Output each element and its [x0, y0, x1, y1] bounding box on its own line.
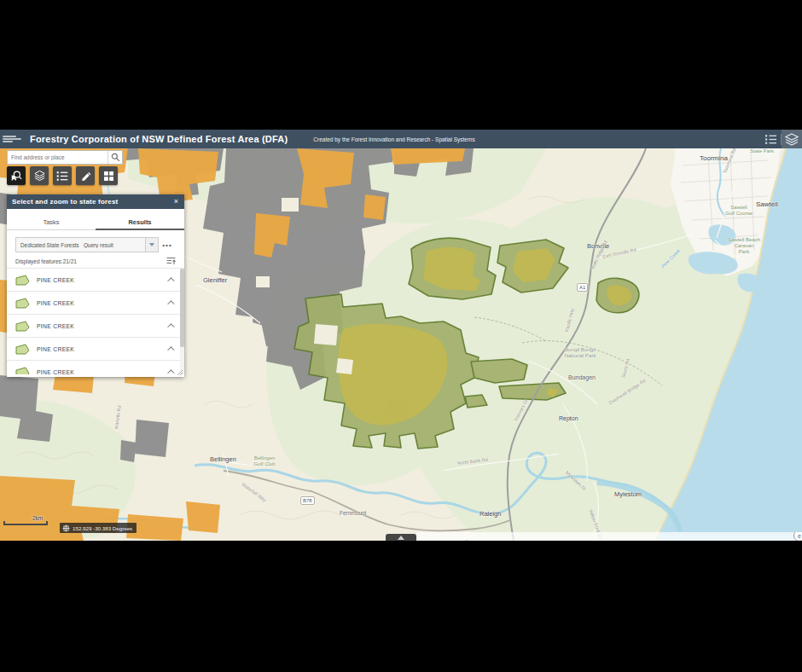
result-set-row: Dedicated State Forests _Query result ••… — [15, 237, 176, 252]
attribution-text: sri, © OpenStreetMap contributors, HERE,… — [456, 540, 788, 541]
result-row[interactable]: PINE CREEK — [7, 292, 184, 315]
panel-tabs: Tasks Results — [7, 209, 184, 230]
app-subtitle: Created by the Forest Innovation and Res… — [313, 136, 474, 142]
map-label-park: Bellingen Golf Club — [253, 455, 275, 467]
draw-tool-button[interactable] — [76, 166, 95, 185]
map-label-town: Raleigh — [479, 511, 501, 518]
select-state-forest-tool-button[interactable] — [7, 166, 26, 185]
map-label-park: State Park — [750, 148, 774, 154]
scale-label: 2km — [32, 515, 48, 521]
widget-toolbar — [7, 166, 118, 185]
result-set-dropdown[interactable]: Dedicated State Forests _Query result — [15, 237, 159, 252]
map-label-park: Sawtell Beach Caravan Park — [728, 237, 760, 255]
result-label: PINE CREEK — [37, 369, 74, 375]
coordinates-widget: 152.929 -30.383 Degrees — [60, 523, 137, 533]
forest-polygon-swatch — [15, 275, 30, 286]
panel-body: Tasks Results Dedicated State Forests _Q… — [7, 209, 184, 377]
layers-tool-button[interactable] — [30, 166, 49, 185]
map-label-park: Bongil Bongil National Park — [564, 346, 596, 358]
tab-results[interactable]: Results — [96, 209, 184, 230]
feature-actions-button[interactable] — [166, 257, 176, 265]
result-label: PINE CREEK — [37, 277, 74, 283]
map-label-town: Sawtell — [756, 200, 778, 208]
layers-icon[interactable] — [782, 130, 802, 148]
screenshot-stage: Forestry Corporation of NSW Defined Fore… — [0, 0, 802, 672]
map-attribution: sri, © OpenStreetMap contributors, HERE,… — [416, 532, 802, 541]
close-icon[interactable]: × — [173, 198, 179, 206]
panel-title: Select and zoom to state forest — [12, 198, 118, 206]
panel-header: Select and zoom to state forest × — [7, 194, 184, 209]
map-container[interactable]: Toormina Sawtell Bonville Gleniffer Bell… — [0, 148, 802, 541]
panel-scrollbar[interactable] — [180, 269, 184, 374]
chevron-up-icon[interactable] — [167, 277, 174, 284]
chevron-down-icon — [149, 243, 154, 246]
map-label-town: Gleniffer — [203, 277, 227, 285]
highway-shield-b78: B78 — [300, 496, 315, 505]
legend-icon — [56, 171, 68, 182]
pencil-icon — [80, 171, 91, 182]
basemap-gallery-tool-button[interactable] — [99, 166, 118, 185]
forest-polygon-swatch — [15, 367, 30, 375]
result-label: PINE CREEK — [37, 300, 74, 306]
result-label: PINE CREEK — [37, 323, 74, 329]
coordinates-readout: 152.929 -30.383 Degrees — [73, 525, 132, 531]
header-widget-buttons — [760, 130, 802, 148]
result-row[interactable]: PINE CREEK — [7, 338, 184, 361]
chevron-up-icon[interactable] — [167, 300, 174, 307]
results-list: PINE CREEK PINE CREEK PINE CREEK — [7, 268, 184, 374]
map-label-town: Toormina — [700, 154, 728, 162]
map-label-park: Sawtell Golf Course — [725, 205, 753, 217]
layers-icon — [33, 170, 46, 182]
map-label-town: Repton — [559, 415, 578, 422]
dropdown-toggle[interactable] — [145, 238, 158, 252]
result-row[interactable]: PINE CREEK — [7, 315, 184, 338]
app-title: Forestry Corporation of NSW Defined Fore… — [30, 134, 288, 144]
result-label: PINE CREEK — [37, 346, 74, 352]
result-row[interactable]: PINE CREEK — [7, 269, 184, 292]
forest-polygon-swatch — [15, 298, 30, 309]
select-zoom-panel: Select and zoom to state forest × Tasks … — [7, 194, 184, 377]
feature-actions-icon — [166, 257, 176, 265]
crosshair-icon[interactable] — [62, 524, 70, 532]
forest-polygon-swatch — [15, 344, 30, 355]
search-input[interactable] — [8, 151, 108, 164]
app-header: Forestry Corporation of NSW Defined Fore… — [0, 130, 802, 148]
address-search — [7, 150, 123, 165]
chevron-up-icon[interactable] — [167, 323, 174, 330]
scale-bar: 2km — [3, 515, 48, 525]
map-label-town: Bundagen — [568, 374, 596, 381]
legend-tool-button[interactable] — [53, 166, 72, 185]
result-set-menu-button[interactable]: ••• — [159, 241, 176, 249]
attribution-expand-button[interactable] — [386, 534, 416, 541]
map-label-town: Bellingen — [210, 456, 236, 464]
map-label-town: Mylestom — [614, 491, 642, 499]
forestry-corporation-logo — [3, 133, 25, 145]
caret-up-icon — [398, 536, 404, 540]
chevron-up-icon[interactable] — [167, 369, 174, 374]
map-label-town: Fernmount — [340, 510, 366, 516]
highway-shield-a1: A1 — [577, 283, 588, 292]
result-row[interactable]: PINE CREEK — [7, 361, 184, 374]
scale-line — [3, 521, 48, 525]
features-count-row: Displayed features:21/21 — [15, 257, 176, 265]
search-button[interactable] — [108, 151, 122, 164]
forest-polygon-swatch — [15, 321, 30, 332]
chevron-up-icon[interactable] — [167, 346, 174, 353]
esri-logo: e — [793, 532, 802, 541]
select-query-icon — [10, 170, 22, 182]
result-set-value: Dedicated State Forests _Query result — [16, 242, 145, 248]
scrollbar-thumb[interactable] — [180, 269, 184, 347]
panel-resize-handle[interactable] — [176, 368, 183, 376]
tab-tasks[interactable]: Tasks — [7, 209, 96, 230]
displayed-features-count: Displayed features:21/21 — [15, 258, 77, 264]
web-map-app: Forestry Corporation of NSW Defined Fore… — [0, 130, 802, 541]
legend-list-icon[interactable] — [760, 130, 781, 148]
grid-icon — [103, 171, 114, 182]
search-icon — [111, 153, 120, 162]
